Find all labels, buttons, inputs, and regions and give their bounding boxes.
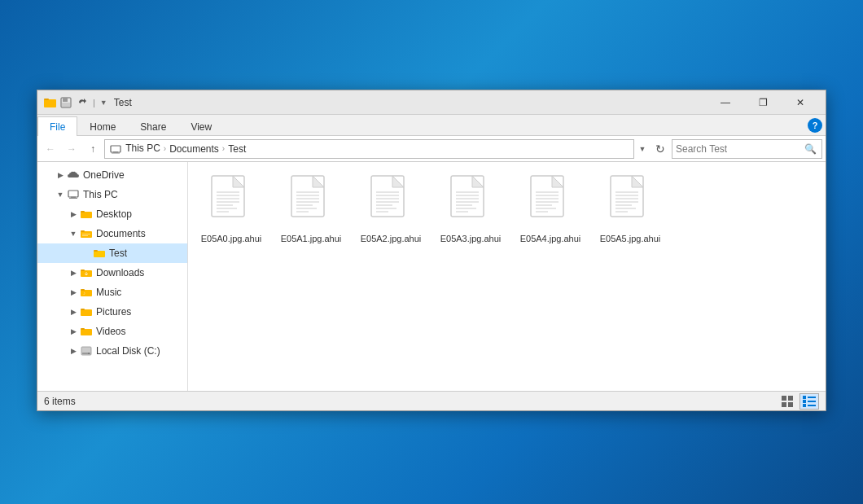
expander-downloads[interactable]: ▶ bbox=[67, 266, 80, 279]
tab-view[interactable]: View bbox=[178, 116, 224, 136]
svg-rect-82 bbox=[788, 402, 793, 407]
svg-rect-8 bbox=[68, 191, 78, 197]
expander-documents[interactable]: ▼ bbox=[67, 227, 80, 240]
search-input[interactable] bbox=[676, 143, 802, 155]
svg-rect-85 bbox=[803, 400, 806, 403]
file-item-0[interactable]: E05A0.jpg.ahui bbox=[195, 169, 268, 250]
file-name-0: E05A0.jpg.ahui bbox=[201, 233, 262, 244]
svg-text:♪: ♪ bbox=[83, 291, 85, 296]
sidebar-item-downloads[interactable]: ▶ Downloads bbox=[37, 263, 187, 283]
file-item-3[interactable]: E05A3.jpg.ahui bbox=[434, 169, 507, 250]
sidebar-item-documents[interactable]: ▼ Documents bbox=[37, 224, 187, 243]
svg-rect-86 bbox=[808, 401, 816, 402]
sidebar-item-pictures[interactable]: ▶ Pictures bbox=[37, 302, 187, 322]
path-thispc[interactable]: This PC bbox=[110, 142, 160, 155]
file-name-4: E05A4.jpg.ahui bbox=[520, 233, 581, 244]
file-item-2[interactable]: E05A2.jpg.ahui bbox=[354, 169, 427, 250]
titlebar-chevron-icon[interactable]: ▼ bbox=[99, 99, 109, 107]
computer-icon bbox=[67, 188, 80, 201]
help-button[interactable]: ? bbox=[808, 118, 822, 133]
expander-localdisk[interactable]: ▶ bbox=[67, 344, 80, 357]
svg-rect-18 bbox=[94, 250, 98, 252]
cloud-icon bbox=[67, 169, 80, 182]
music-icon: ♪ bbox=[80, 286, 93, 299]
svg-rect-12 bbox=[81, 211, 85, 213]
file-name-3: E05A3.jpg.ahui bbox=[440, 233, 502, 244]
sidebar: ▶ OneDrive ▼ Th bbox=[37, 162, 188, 391]
svg-rect-80 bbox=[788, 396, 793, 401]
svg-rect-5 bbox=[111, 146, 120, 152]
path-documents[interactable]: Documents bbox=[169, 143, 219, 155]
expander-videos[interactable]: ▶ bbox=[67, 325, 80, 338]
file-item-4[interactable]: E05A4.jpg.ahui bbox=[514, 169, 587, 250]
minimize-button[interactable]: — bbox=[707, 90, 744, 115]
file-item-5[interactable]: E05A5.jpg.ahui bbox=[594, 169, 667, 250]
tab-share[interactable]: Share bbox=[128, 116, 178, 136]
svg-rect-14 bbox=[81, 230, 85, 232]
expander-desktop[interactable]: ▶ bbox=[67, 208, 80, 221]
path-test[interactable]: Test bbox=[228, 143, 246, 155]
path-dropdown-button[interactable]: ▼ bbox=[636, 139, 649, 159]
file-icon-3 bbox=[448, 174, 493, 230]
file-name-1: E05A1.jpg.ahui bbox=[281, 233, 342, 244]
file-icon-5 bbox=[607, 174, 653, 230]
file-name-2: E05A2.jpg.ahui bbox=[361, 233, 422, 244]
svg-rect-26 bbox=[81, 329, 92, 335]
restore-button[interactable]: ❐ bbox=[744, 90, 782, 115]
titlebar-undo-icon[interactable] bbox=[75, 95, 90, 110]
sidebar-content: ▶ OneDrive ▼ Th bbox=[37, 162, 187, 391]
expander-music[interactable]: ▶ bbox=[67, 286, 80, 299]
sidebar-label-videos: Videos bbox=[96, 326, 125, 337]
tab-home[interactable]: Home bbox=[77, 116, 128, 136]
file-explorer-window: | ▼ Test — ❐ ✕ File Home Share View ? ← … bbox=[37, 90, 826, 411]
svg-rect-1 bbox=[44, 99, 49, 100]
sidebar-item-test[interactable]: Test bbox=[37, 243, 187, 263]
ribbon-tabs: File Home Share View ? bbox=[37, 115, 826, 136]
list-view-button[interactable] bbox=[799, 393, 819, 410]
close-button[interactable]: ✕ bbox=[782, 90, 819, 115]
sidebar-item-desktop[interactable]: ▶ Desktop bbox=[37, 204, 187, 224]
svg-rect-7 bbox=[112, 152, 120, 153]
file-item-1[interactable]: E05A1.jpg.ahui bbox=[274, 169, 348, 250]
sidebar-item-music[interactable]: ▶ ♪ Music bbox=[37, 283, 187, 302]
forward-button[interactable]: → bbox=[62, 139, 81, 159]
svg-rect-84 bbox=[808, 397, 816, 398]
medium-icons-view-button[interactable] bbox=[778, 393, 798, 410]
svg-point-30 bbox=[88, 353, 90, 354]
svg-rect-10 bbox=[69, 198, 77, 199]
expander-onedrive[interactable]: ▶ bbox=[54, 169, 67, 182]
file-area: E05A0.jpg.ahui bbox=[188, 162, 826, 391]
file-icon-1 bbox=[288, 174, 334, 230]
item-count: 6 items bbox=[44, 396, 778, 407]
titlebar-save-icon[interactable] bbox=[59, 95, 73, 110]
folder-icon-documents bbox=[80, 227, 93, 240]
file-name-5: E05A5.jpg.ahui bbox=[600, 233, 661, 244]
refresh-button[interactable]: ↻ bbox=[651, 139, 670, 159]
address-path[interactable]: This PC › Documents › Test bbox=[104, 139, 634, 159]
svg-rect-20 bbox=[81, 270, 85, 271]
titlebar-folder-icon bbox=[44, 96, 57, 109]
svg-rect-15 bbox=[82, 234, 90, 234]
sidebar-label-downloads: Downloads bbox=[96, 267, 144, 278]
sidebar-item-thispc[interactable]: ▼ This PC bbox=[37, 185, 187, 204]
svg-rect-9 bbox=[71, 197, 76, 199]
titlebar: | ▼ Test — ❐ ✕ bbox=[37, 90, 826, 115]
back-button[interactable]: ← bbox=[41, 139, 60, 159]
svg-rect-11 bbox=[81, 212, 92, 218]
statusbar: 6 items bbox=[37, 391, 826, 410]
path-sep-2: › bbox=[222, 144, 225, 153]
expander-pictures[interactable]: ▶ bbox=[67, 305, 80, 318]
search-icon[interactable]: 🔍 bbox=[802, 141, 818, 157]
up-button[interactable]: ↑ bbox=[83, 139, 103, 159]
view-buttons bbox=[778, 393, 819, 410]
sidebar-label-pictures: Pictures bbox=[96, 306, 131, 318]
downloads-icon bbox=[80, 266, 93, 279]
titlebar-separator: | bbox=[93, 98, 95, 107]
sidebar-label-onedrive: OneDrive bbox=[83, 169, 125, 181]
main-area: ▶ OneDrive ▼ Th bbox=[37, 162, 826, 391]
sidebar-item-videos[interactable]: ▶ Videos bbox=[37, 322, 187, 341]
sidebar-item-localdisk[interactable]: ▶ Local Disk (C:) bbox=[37, 341, 187, 361]
sidebar-item-onedrive[interactable]: ▶ OneDrive bbox=[37, 165, 187, 185]
tab-file[interactable]: File bbox=[37, 116, 77, 136]
expander-thispc[interactable]: ▼ bbox=[54, 188, 67, 201]
